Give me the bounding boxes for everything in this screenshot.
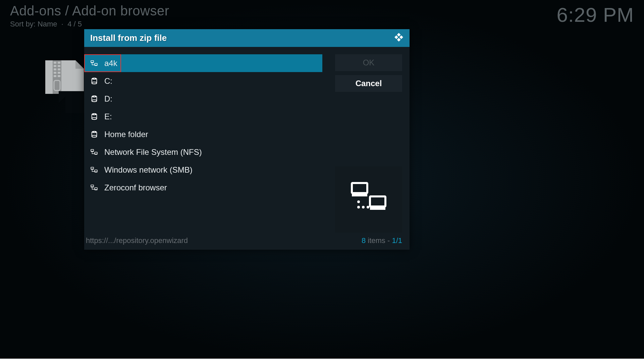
file-list: a4kC:D:E:Home folderNetwork File System … xyxy=(84,54,322,233)
svg-rect-36 xyxy=(91,167,94,169)
svg-rect-17 xyxy=(91,62,94,63)
svg-rect-41 xyxy=(91,187,94,187)
network-share-icon xyxy=(348,181,389,218)
drive-icon xyxy=(90,113,98,121)
list-item-label: Home folder xyxy=(104,130,148,139)
dialog-title: Install from zip file xyxy=(90,33,167,43)
drive-icon xyxy=(90,77,98,85)
header-left: Add-ons / Add-on browser Sort by: Name ·… xyxy=(10,3,169,28)
list-item-label: D: xyxy=(104,94,112,104)
svg-rect-32 xyxy=(91,149,94,151)
svg-point-22 xyxy=(94,78,95,79)
network-icon xyxy=(90,166,98,174)
svg-point-50 xyxy=(362,206,365,208)
footer-count: 8 items - 1/1 xyxy=(362,236,402,245)
svg-rect-42 xyxy=(95,188,97,190)
svg-point-30 xyxy=(92,135,97,137)
svg-rect-38 xyxy=(95,170,97,172)
dialog-right-column: OK Cancel xyxy=(335,54,402,233)
list-item[interactable]: C: xyxy=(84,72,322,90)
list-item[interactable]: Network File System (NFS) xyxy=(84,143,322,161)
svg-rect-35 xyxy=(95,154,97,155)
network-icon xyxy=(90,184,98,192)
network-icon xyxy=(90,59,98,67)
svg-rect-4 xyxy=(58,65,60,67)
list-item-label: E: xyxy=(104,112,112,121)
list-item-label: C: xyxy=(104,76,112,86)
svg-rect-44 xyxy=(352,183,367,193)
svg-rect-19 xyxy=(95,65,97,66)
list-item[interactable]: Windows network (SMB) xyxy=(84,161,322,179)
svg-rect-6 xyxy=(58,68,60,70)
dialog-footer: https://.../repository.openwizard 8 item… xyxy=(84,234,410,250)
svg-rect-37 xyxy=(91,169,94,170)
svg-point-27 xyxy=(92,117,97,119)
list-item-label: a4k xyxy=(104,59,117,68)
clock: 6:29 PM xyxy=(557,3,634,26)
list-item-label: Zeroconf browser xyxy=(104,183,167,192)
footer-page: 1/1 xyxy=(392,236,402,245)
footer-path: https://.../repository.openwizard xyxy=(86,236,188,245)
breadcrumb: Add-ons / Add-on browser xyxy=(10,3,169,18)
list-item[interactable]: D: xyxy=(84,90,322,108)
list-item[interactable]: Zeroconf browser xyxy=(84,179,322,196)
list-item[interactable]: a4k xyxy=(84,54,322,72)
list-item[interactable]: Home folder xyxy=(84,125,322,143)
bottom-bar xyxy=(0,359,644,362)
install-zip-dialog: Install from zip file a4kC:D:E:Home fold… xyxy=(84,29,410,250)
footer-count-num: 8 xyxy=(362,236,366,245)
svg-rect-13 xyxy=(399,35,403,39)
sort-label: Sort by: Name xyxy=(10,20,57,28)
svg-rect-7 xyxy=(54,72,56,74)
svg-rect-3 xyxy=(54,65,56,67)
svg-rect-9 xyxy=(54,75,56,77)
svg-rect-40 xyxy=(91,185,94,187)
ok-button[interactable]: OK xyxy=(335,54,402,71)
svg-rect-18 xyxy=(95,63,97,65)
svg-point-24 xyxy=(92,100,97,102)
sort-sep: · xyxy=(61,20,63,28)
footer-count-text: items - xyxy=(366,236,392,245)
sort-line: Sort by: Name · 4 / 5 xyxy=(10,20,169,28)
dialog-header: Install from zip file xyxy=(84,29,410,47)
sort-position: 4 / 5 xyxy=(67,20,82,28)
drive-icon xyxy=(90,95,98,103)
svg-point-21 xyxy=(92,82,97,84)
svg-rect-34 xyxy=(95,152,97,154)
svg-rect-43 xyxy=(95,189,97,190)
svg-rect-12 xyxy=(397,33,401,37)
preview-panel xyxy=(335,166,402,233)
svg-point-48 xyxy=(357,200,360,203)
svg-rect-10 xyxy=(58,75,60,77)
drive-icon xyxy=(90,130,98,138)
svg-rect-33 xyxy=(91,151,94,152)
header: Add-ons / Add-on browser Sort by: Name ·… xyxy=(10,3,634,28)
svg-rect-15 xyxy=(397,38,401,41)
svg-rect-45 xyxy=(352,193,367,196)
svg-point-51 xyxy=(367,206,369,208)
svg-rect-16 xyxy=(91,60,94,62)
svg-rect-5 xyxy=(54,68,56,70)
svg-rect-11 xyxy=(54,80,60,90)
svg-rect-2 xyxy=(58,62,60,64)
svg-rect-1 xyxy=(54,62,56,64)
svg-point-49 xyxy=(357,206,360,208)
svg-rect-47 xyxy=(370,206,385,210)
list-item[interactable]: E: xyxy=(84,108,322,125)
list-item-label: Network File System (NFS) xyxy=(104,147,202,157)
svg-rect-46 xyxy=(370,196,385,206)
svg-rect-39 xyxy=(95,172,97,172)
svg-rect-14 xyxy=(394,35,398,39)
dialog-body: a4kC:D:E:Home folderNetwork File System … xyxy=(84,47,410,234)
svg-point-28 xyxy=(94,114,95,114)
list-item-label: Windows network (SMB) xyxy=(104,165,193,175)
kodi-logo-icon xyxy=(394,33,404,44)
network-icon xyxy=(90,148,98,156)
cancel-button[interactable]: Cancel xyxy=(335,75,402,92)
svg-point-25 xyxy=(94,96,95,97)
dialog-buttons: OK Cancel xyxy=(335,54,402,96)
svg-point-31 xyxy=(94,131,95,132)
svg-rect-8 xyxy=(58,72,60,74)
